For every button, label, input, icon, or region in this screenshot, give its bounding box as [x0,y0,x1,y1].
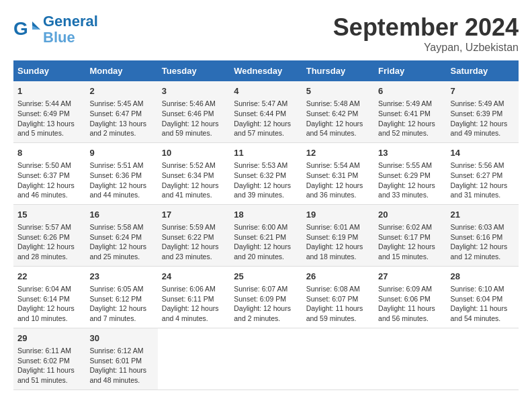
location: Yaypan, Uzbekistan [333,42,519,54]
sunrise-label: Sunrise: 5:59 AM [162,223,216,231]
daylight-label: Daylight: 11 hours and 48 minutes. [89,366,146,384]
day-number: 30 [89,332,153,345]
daylight-label: Daylight: 12 hours and 44 minutes. [89,181,146,199]
calendar-day-cell [158,328,230,390]
sunset-label: Sunset: 6:16 PM [451,233,503,241]
calendar-day-header: Sunday [13,60,85,81]
day-number: 25 [234,271,298,283]
calendar-header-row: SundayMondayTuesdayWednesdayThursdayFrid… [13,60,519,81]
calendar-day-cell: 2Sunrise: 5:45 AMSunset: 6:47 PMDaylight… [85,81,157,142]
daylight-label: Daylight: 12 hours and 2 minutes. [234,304,291,322]
day-number: 26 [306,271,370,283]
month-title: September 2024 [333,13,519,42]
daylight-label: Daylight: 12 hours and 54 minutes. [306,120,363,138]
sunrise-label: Sunrise: 5:46 AM [162,99,216,107]
sunset-label: Sunset: 6:34 PM [162,171,214,179]
sunrise-label: Sunrise: 5:56 AM [451,161,504,169]
sunrise-label: Sunrise: 6:02 AM [378,223,432,231]
day-number: 6 [378,85,442,97]
sunrise-label: Sunrise: 5:51 AM [89,161,143,169]
sunset-label: Sunset: 6:29 PM [378,171,431,179]
calendar-day-cell: 22Sunrise: 6:04 AMSunset: 6:14 PMDayligh… [13,266,85,328]
sunset-label: Sunset: 6:02 PM [17,357,70,365]
sunrise-label: Sunrise: 6:12 AM [89,347,143,355]
logo-icon: G [13,16,40,43]
sunrise-label: Sunrise: 5:49 AM [451,99,504,107]
daylight-label: Daylight: 11 hours and 51 minutes. [17,366,75,384]
sunset-label: Sunset: 6:24 PM [89,233,142,241]
sunset-label: Sunset: 6:17 PM [378,233,431,241]
calendar-day-cell: 16Sunrise: 5:58 AMSunset: 6:24 PMDayligh… [85,204,157,266]
calendar-day-cell: 1Sunrise: 5:44 AMSunset: 6:49 PMDaylight… [13,81,85,142]
daylight-label: Daylight: 13 hours and 5 minutes. [17,120,75,138]
sunset-label: Sunset: 6:47 PM [89,109,142,118]
day-number: 17 [162,209,226,221]
daylight-label: Daylight: 12 hours and 4 minutes. [162,304,219,322]
calendar-day-cell [302,328,374,390]
calendar-week-row: 29Sunrise: 6:11 AMSunset: 6:02 PMDayligh… [13,328,519,390]
daylight-label: Daylight: 12 hours and 52 minutes. [378,120,435,138]
logo: G GeneralBlue [13,13,98,46]
daylight-label: Daylight: 12 hours and 39 minutes. [234,181,291,199]
calendar-day-cell: 14Sunrise: 5:56 AMSunset: 6:27 PMDayligh… [447,142,519,204]
daylight-label: Daylight: 12 hours and 33 minutes. [378,181,435,199]
sunrise-label: Sunrise: 5:50 AM [17,161,71,169]
calendar-day-cell: 21Sunrise: 6:03 AMSunset: 6:16 PMDayligh… [447,204,519,266]
calendar-day-cell: 19Sunrise: 6:01 AMSunset: 6:19 PMDayligh… [302,204,374,266]
day-number: 22 [17,271,81,283]
calendar-table: SundayMondayTuesdayWednesdayThursdayFrid… [13,60,519,390]
sunrise-label: Sunrise: 6:08 AM [306,285,360,293]
sunrise-label: Sunrise: 5:53 AM [234,161,287,169]
sunset-label: Sunset: 6:21 PM [234,233,286,241]
calendar-day-cell: 20Sunrise: 6:02 AMSunset: 6:17 PMDayligh… [374,204,446,266]
calendar-day-cell: 24Sunrise: 6:06 AMSunset: 6:11 PMDayligh… [158,266,230,328]
sunrise-label: Sunrise: 6:00 AM [234,223,287,231]
sunrise-label: Sunrise: 6:07 AM [234,285,287,293]
day-number: 4 [234,85,298,97]
logo-text: GeneralBlue [43,13,98,46]
daylight-label: Daylight: 12 hours and 46 minutes. [17,181,75,199]
page-header: G GeneralBlue September 2024 Yaypan, Uzb… [13,13,519,54]
day-number: 16 [89,209,153,221]
sunset-label: Sunset: 6:22 PM [162,233,214,241]
calendar-week-row: 1Sunrise: 5:44 AMSunset: 6:49 PMDaylight… [13,81,519,142]
sunset-label: Sunset: 6:19 PM [306,233,359,241]
day-number: 21 [451,209,515,221]
sunset-label: Sunset: 6:06 PM [378,295,431,303]
calendar-day-header: Wednesday [230,60,302,81]
calendar-day-cell: 29Sunrise: 6:11 AMSunset: 6:02 PMDayligh… [13,328,85,390]
sunrise-label: Sunrise: 5:55 AM [378,161,432,169]
day-number: 12 [306,147,370,159]
daylight-label: Daylight: 12 hours and 20 minutes. [234,242,291,261]
calendar-day-cell: 27Sunrise: 6:09 AMSunset: 6:06 PMDayligh… [374,266,446,328]
daylight-label: Daylight: 12 hours and 25 minutes. [89,242,146,261]
calendar-day-cell: 26Sunrise: 6:08 AMSunset: 6:07 PMDayligh… [302,266,374,328]
daylight-label: Daylight: 12 hours and 49 minutes. [451,120,508,138]
day-number: 28 [451,271,515,283]
daylight-label: Daylight: 11 hours and 56 minutes. [378,304,435,322]
sunset-label: Sunset: 6:49 PM [17,109,70,118]
sunrise-label: Sunrise: 5:57 AM [17,223,71,231]
sunset-label: Sunset: 6:26 PM [17,233,70,241]
calendar-day-cell [374,328,446,390]
sunset-label: Sunset: 6:39 PM [451,109,503,118]
sunset-label: Sunset: 6:27 PM [451,171,503,179]
day-number: 9 [89,147,153,159]
day-number: 13 [378,147,442,159]
day-number: 18 [234,209,298,221]
sunrise-label: Sunrise: 5:54 AM [306,161,360,169]
daylight-label: Daylight: 12 hours and 10 minutes. [17,304,75,322]
daylight-label: Daylight: 12 hours and 36 minutes. [306,181,363,199]
calendar-week-row: 8Sunrise: 5:50 AMSunset: 6:37 PMDaylight… [13,142,519,204]
calendar-day-cell: 17Sunrise: 5:59 AMSunset: 6:22 PMDayligh… [158,204,230,266]
day-number: 23 [89,271,153,283]
calendar-day-cell: 5Sunrise: 5:48 AMSunset: 6:42 PMDaylight… [302,81,374,142]
calendar-week-row: 15Sunrise: 5:57 AMSunset: 6:26 PMDayligh… [13,204,519,266]
calendar-day-cell: 11Sunrise: 5:53 AMSunset: 6:32 PMDayligh… [230,142,302,204]
day-number: 2 [89,85,153,97]
calendar-day-header: Tuesday [158,60,230,81]
day-number: 10 [162,147,226,159]
calendar-day-cell: 25Sunrise: 6:07 AMSunset: 6:09 PMDayligh… [230,266,302,328]
daylight-label: Daylight: 11 hours and 59 minutes. [306,304,363,322]
day-number: 5 [306,85,370,97]
